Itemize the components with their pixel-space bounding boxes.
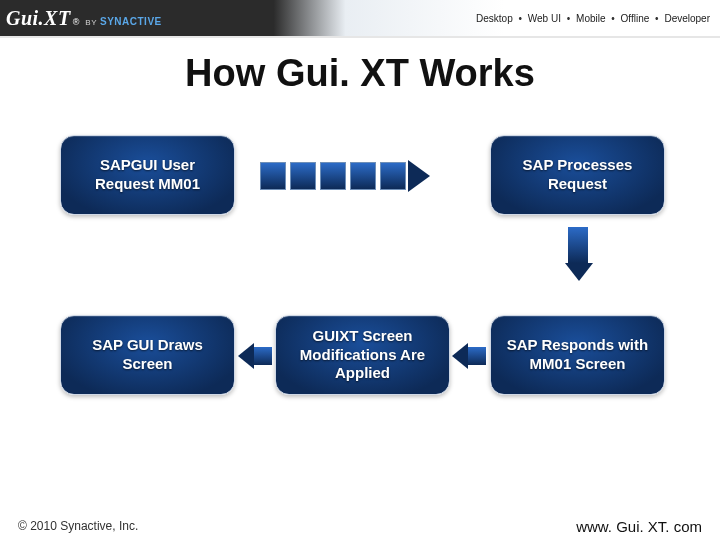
brand-by: BY [85,18,97,27]
top-nav: Desktop • Web UI • Mobile • Offline • De… [476,13,710,24]
flow-step-guixt-mods: GUIXT Screen Modifications Are Applied [275,315,450,395]
footer-copyright: © 2010 Synactive, Inc. [18,519,138,533]
brand-company: SYNACTIVE [100,16,162,27]
page-title: How Gui. XT Works [0,52,720,95]
arrow-left-icon [452,343,488,369]
nav-item-developer[interactable]: Developer [664,13,710,24]
nav-item-offline[interactable]: Offline [621,13,650,24]
nav-item-webui[interactable]: Web UI [528,13,561,24]
nav-separator: • [516,13,526,24]
nav-separator: • [652,13,662,24]
footer-bar: © 2010 Synactive, Inc. www. Gui. XT. com [0,512,720,540]
nav-item-mobile[interactable]: Mobile [576,13,605,24]
flow-step-sap-responds: SAP Responds with MM01 Screen [490,315,665,395]
flow-step-sap-processes: SAP Processes Request [490,135,665,215]
flow-step-sapgui-draws: SAP GUI Draws Screen [60,315,235,395]
flow-diagram: SAPGUI User Request MM01 SAP Processes R… [0,115,720,475]
flow-step-user-request: SAPGUI User Request MM01 [60,135,235,215]
arrow-right-icon [260,161,460,191]
brand-registered: ® [73,17,80,27]
brand-name: Gui.XT [6,7,71,30]
brand-logo: Gui.XT ® BY SYNACTIVE [6,7,162,30]
nav-separator: • [608,13,618,24]
arrow-down-icon [565,227,591,287]
header-bar: Gui.XT ® BY SYNACTIVE Desktop • Web UI •… [0,0,720,38]
title-area: How Gui. XT Works [0,38,720,115]
arrow-left-icon [238,343,274,369]
footer-url: www. Gui. XT. com [576,518,702,535]
nav-item-desktop[interactable]: Desktop [476,13,513,24]
nav-separator: • [564,13,574,24]
